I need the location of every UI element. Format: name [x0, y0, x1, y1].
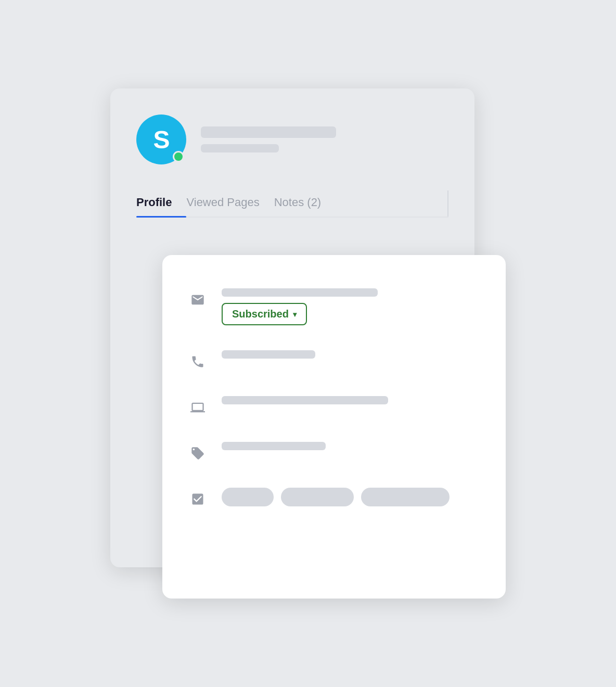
task-chips — [222, 488, 480, 506]
avatar-status-indicator — [173, 151, 184, 162]
chip-3 — [361, 488, 450, 506]
phone-content — [222, 350, 480, 359]
tab-viewed-pages-label: Viewed Pages — [186, 196, 259, 209]
phone-skeleton — [222, 350, 315, 359]
front-card: Subscribed ▾ — [162, 255, 506, 599]
email-row: Subscribed ▾ — [188, 276, 480, 338]
tasks-icon — [188, 490, 207, 508]
tab-viewed-pages[interactable]: Viewed Pages — [186, 190, 274, 217]
chip-1 — [222, 488, 274, 506]
tag-skeleton — [222, 442, 326, 450]
email-icon — [188, 290, 207, 309]
email-content: Subscribed ▾ — [222, 288, 480, 325]
chip-2 — [281, 488, 354, 506]
tab-notes-label: Notes (2) — [274, 196, 321, 209]
laptop-icon — [188, 398, 207, 417]
tag-content — [222, 442, 480, 450]
name-skeleton — [201, 126, 336, 138]
subscribed-label: Subscribed — [232, 308, 289, 320]
tag-row — [188, 429, 480, 475]
email-skeleton — [222, 288, 378, 297]
avatar-initial: S — [153, 125, 169, 154]
web-row — [188, 384, 480, 429]
subscribed-badge[interactable]: Subscribed ▾ — [222, 303, 307, 325]
tab-profile-label: Profile — [136, 196, 172, 209]
tag-icon — [188, 444, 207, 463]
phone-icon — [188, 352, 207, 371]
web-skeleton — [222, 396, 388, 404]
subtitle-skeleton — [201, 144, 279, 152]
tasks-content — [222, 488, 480, 506]
tasks-row — [188, 475, 480, 521]
avatar-text-lines — [201, 126, 336, 152]
avatar-section: S — [136, 115, 448, 164]
tab-profile[interactable]: Profile — [136, 190, 186, 217]
chevron-down-icon: ▾ — [293, 310, 297, 319]
tab-notes[interactable]: Notes (2) — [274, 190, 336, 217]
phone-row — [188, 338, 480, 384]
web-content — [222, 396, 480, 404]
tab-divider — [447, 190, 448, 217]
tabs-container: Profile Viewed Pages Notes (2) — [136, 190, 448, 218]
avatar-wrap: S — [136, 115, 186, 164]
